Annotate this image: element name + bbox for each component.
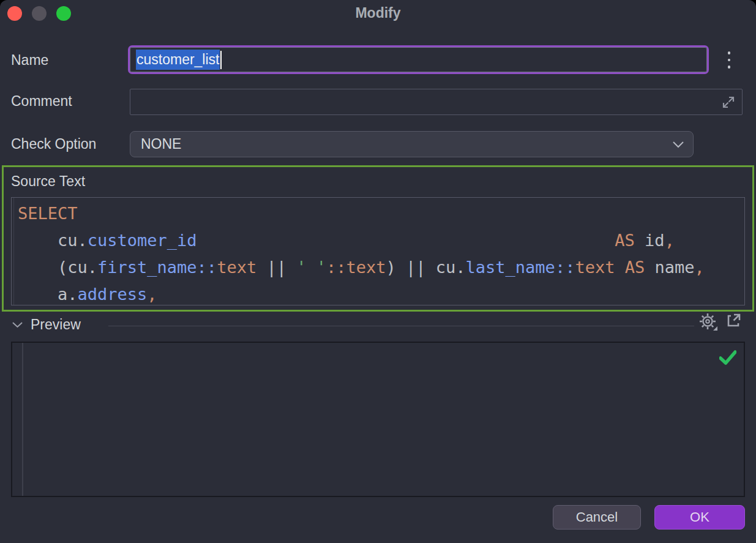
name-label: Name: [11, 52, 48, 69]
source-text-label: Source Text: [11, 173, 85, 190]
preview-collapse-chevron-down-icon[interactable]: [12, 322, 23, 328]
checkmark-icon: [719, 350, 736, 365]
check-option-value: NONE: [141, 136, 181, 152]
kebab-menu-icon[interactable]: [724, 49, 734, 71]
name-input[interactable]: customer_list: [128, 45, 709, 74]
name-input-selected-text: customer_list: [136, 50, 220, 70]
preview-label: Preview: [31, 316, 81, 333]
text-caret: [220, 51, 222, 69]
external-link-icon[interactable]: [725, 312, 742, 329]
check-option-label: Check Option: [11, 136, 96, 152]
code-line: (cu.first_name::text || ' '::text) || cu…: [18, 254, 744, 281]
code-line: a.address,: [18, 281, 744, 308]
expand-icon[interactable]: [720, 94, 736, 110]
name-input-inner[interactable]: customer_list: [130, 47, 707, 72]
gear-icon[interactable]: [698, 312, 718, 332]
sql-code: SELECT cu.customer_id AS id, (cu.first_n…: [12, 198, 744, 308]
comment-label: Comment: [11, 93, 72, 110]
code-line: SELECT: [18, 200, 744, 227]
modify-dialog: Modify Name customer_list Comment Check …: [0, 0, 756, 543]
preview-separator: [108, 326, 694, 326]
title-bar: Modify: [0, 0, 756, 28]
preview-gutter: [22, 343, 23, 496]
window-title: Modify: [0, 5, 756, 21]
gear-dropdown-triangle: [713, 326, 717, 331]
code-line: cu.customer_id AS id,: [18, 227, 744, 254]
check-option-select[interactable]: NONE: [130, 131, 694, 157]
comment-input[interactable]: [130, 89, 743, 115]
chevron-down-icon: [673, 141, 684, 148]
source-text-editor[interactable]: SELECT cu.customer_id AS id, (cu.first_n…: [11, 197, 745, 305]
source-text-section: Source Text SELECT cu.customer_id AS id,…: [2, 165, 754, 312]
preview-panel: [11, 342, 745, 497]
ok-button[interactable]: OK: [654, 505, 745, 530]
cancel-button[interactable]: Cancel: [553, 505, 641, 530]
